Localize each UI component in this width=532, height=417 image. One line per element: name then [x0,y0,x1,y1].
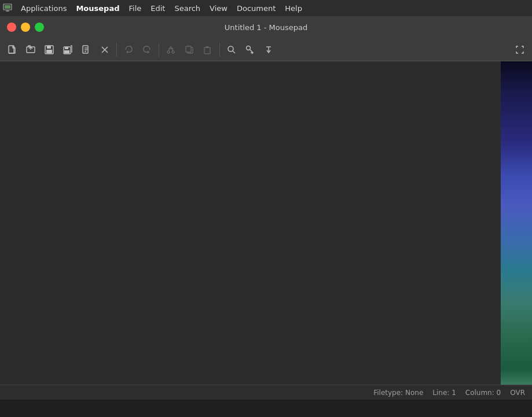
edit-mode: OVR [510,389,525,397]
svg-rect-9 [47,46,51,49]
window-title: Untitled 1 - Mousepad [225,23,307,32]
svg-rect-13 [64,50,69,53]
window-close-button[interactable] [7,23,16,32]
svg-rect-26 [186,46,191,52]
svg-point-31 [247,46,251,50]
svg-rect-12 [65,47,68,49]
menu-edit[interactable]: Edit [146,2,170,14]
titlebar: Untitled 1 - Mousepad [0,16,532,38]
toolbar-separator-3 [219,43,220,57]
filetype-value: None [405,389,423,397]
toolbar-separator-2 [159,43,159,57]
svg-rect-2 [6,10,9,12]
svg-rect-28 [206,46,208,48]
svg-rect-10 [46,50,52,53]
svg-rect-27 [204,47,210,54]
revert-button[interactable] [78,42,95,58]
menu-file[interactable]: File [124,2,146,14]
menu-mousepad[interactable]: Mousepad [71,2,124,14]
svg-rect-1 [5,5,10,9]
new-file-button[interactable] [3,42,21,58]
toolbar [0,38,532,61]
undo-button[interactable] [120,42,137,58]
menu-document[interactable]: Document [232,2,280,14]
svg-line-30 [233,51,235,53]
line-info: Line: 1 [432,389,456,397]
editor-container [0,61,501,385]
window-maximize-button[interactable] [35,23,44,32]
svg-point-21 [172,51,174,53]
open-file-button[interactable] [22,42,39,58]
close-file-button[interactable] [96,42,113,58]
fullscreen-button[interactable] [511,42,529,58]
cut-button[interactable] [162,42,179,58]
menubar: Applications Mousepad File Edit Search V… [0,0,532,16]
svg-line-32 [250,50,252,51]
menu-applications[interactable]: Applications [16,2,71,14]
redo-button[interactable] [138,42,156,58]
svg-point-29 [228,46,233,51]
copy-button[interactable] [181,42,198,58]
app-logo [2,3,13,13]
svg-point-20 [167,51,170,53]
menu-help[interactable]: Help [280,2,307,14]
window-minimize-button[interactable] [21,23,30,32]
statusbar: Filetype: None Line: 1 Column: 0 OVR [0,385,532,400]
find-button[interactable] [223,42,240,58]
find-replace-button[interactable] [241,42,259,58]
goto-line-button[interactable] [260,42,277,58]
save-all-button[interactable] [59,42,76,58]
toolbar-separator-1 [116,43,117,57]
filetype-label: Filetype: None [373,389,423,397]
window-controls [7,23,44,32]
editor-textarea[interactable] [0,61,501,385]
menu-view[interactable]: View [205,2,232,14]
menu-search[interactable]: Search [170,2,205,14]
taskbar [0,400,532,417]
save-button[interactable] [41,42,58,58]
paste-button[interactable] [199,42,217,58]
column-info: Column: 0 [465,389,501,397]
desktop-background [501,61,532,385]
